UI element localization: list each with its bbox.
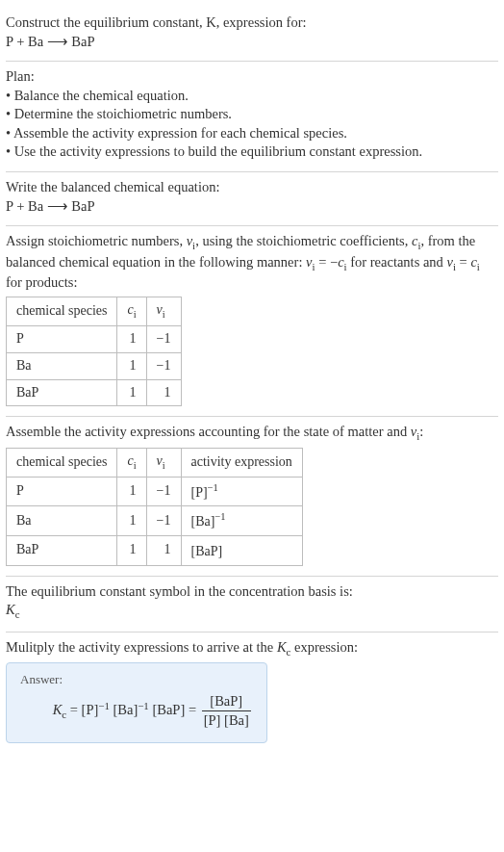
cell-ci: 1 xyxy=(117,536,146,566)
cell-nui: −1 xyxy=(146,477,181,506)
cell-nui: 1 xyxy=(146,379,181,406)
cell-ci: 1 xyxy=(117,352,146,379)
cell-nui: −1 xyxy=(146,506,181,536)
cell-nui: −1 xyxy=(146,352,181,379)
col-species: chemical species xyxy=(7,297,117,325)
k-symbol: K xyxy=(277,639,287,655)
sup-neg1: −1 xyxy=(138,699,149,710)
answer-expression: Kc = [P]−1 [Ba]−1 [BaP] = [BaP][P] [Ba] xyxy=(20,692,253,731)
stoich-text-b: , using the stoichiometric coefficients, xyxy=(195,233,412,248)
sup-neg1: −1 xyxy=(98,699,110,710)
balanced-equation: P + Ba ⟶ BaP xyxy=(6,197,498,217)
balanced-title: Write the balanced chemical equation: xyxy=(6,178,498,197)
cell-species: Ba xyxy=(7,506,117,536)
answer-box: Answer: Kc = [P]−1 [Ba]−1 [BaP] = [BaP][… xyxy=(6,662,267,743)
cell-nui: −1 xyxy=(146,325,181,352)
cell-activity: [Ba]−1 xyxy=(181,506,302,536)
intro-section: Construct the equilibrium constant, K, e… xyxy=(6,8,498,62)
table-row: P 1 −1 xyxy=(7,325,182,352)
expr-sup: −1 xyxy=(214,511,225,522)
intro-equation: P + Ba ⟶ BaP xyxy=(6,33,498,52)
cell-species: Ba xyxy=(7,352,117,379)
k-symbol: K xyxy=(6,602,15,617)
term-p: [P] xyxy=(82,702,99,717)
plan-item: • Balance the chemical equation. xyxy=(6,87,498,106)
stoich-text-d: for reactants and xyxy=(347,254,447,270)
cell-nui: 1 xyxy=(146,536,181,566)
sub-i: i xyxy=(134,460,137,471)
expr-sup: −1 xyxy=(208,482,218,493)
expr-base: [P] xyxy=(191,485,208,500)
stoich-table: chemical species ci νi P 1 −1 Ba 1 −1 Ba… xyxy=(6,297,182,407)
cell-species: P xyxy=(7,325,117,352)
term-ba: [Ba] xyxy=(110,702,138,717)
stoich-text-a: Assign stoichiometric numbers, xyxy=(6,233,187,248)
multiply-section: Mulitply the activity expressions to arr… xyxy=(6,633,498,753)
stoich-text-e: for products: xyxy=(6,274,78,290)
activity-section: Assemble the activity expressions accoun… xyxy=(6,417,498,576)
fraction-denominator: [P] [Ba] xyxy=(202,711,251,731)
table-header-row: chemical species ci νi xyxy=(7,297,182,325)
cell-activity: [BaP] xyxy=(181,536,302,566)
k-symbol: K xyxy=(53,702,63,717)
equals-neg: = − xyxy=(315,254,339,270)
plan-item: • Assemble the activity expression for e… xyxy=(6,124,498,143)
kc-symbol: Kc xyxy=(6,601,498,622)
multiply-text: Mulitply the activity expressions to arr… xyxy=(6,638,498,659)
cell-species: BaP xyxy=(7,536,117,566)
balanced-section: Write the balanced chemical equation: P … xyxy=(6,172,498,226)
equals: = xyxy=(66,702,81,717)
cell-species: BaP xyxy=(7,379,117,406)
equals: = xyxy=(456,254,470,270)
sub-i: i xyxy=(477,261,480,272)
plan-item: • Use the activity expressions to build … xyxy=(6,142,498,162)
activity-text-a: Assemble the activity expressions accoun… xyxy=(6,424,411,439)
term-bap-eq: [BaP] = xyxy=(149,702,200,717)
col-activity: activity expression xyxy=(181,448,302,477)
cell-ci: 1 xyxy=(117,477,146,506)
col-nui: νi xyxy=(146,448,181,477)
table-row: BaP 1 1 xyxy=(7,379,182,406)
answer-label: Answer: xyxy=(20,671,253,688)
table-row: P 1 −1 [P]−1 xyxy=(7,477,303,506)
table-header-row: chemical species ci νi activity expressi… xyxy=(7,448,303,477)
col-ci: ci xyxy=(117,448,146,477)
symbol-section: The equilibrium constant symbol in the c… xyxy=(6,577,498,633)
activity-text: Assemble the activity expressions accoun… xyxy=(6,423,498,444)
col-nui: νi xyxy=(146,297,181,325)
activity-table: chemical species ci νi activity expressi… xyxy=(6,448,303,566)
plan-section: Plan: • Balance the chemical equation. •… xyxy=(6,62,498,172)
activity-text-b: : xyxy=(419,424,423,439)
col-species: chemical species xyxy=(7,448,117,477)
table-row: Ba 1 −1 [Ba]−1 xyxy=(7,506,303,536)
col-ci: ci xyxy=(117,297,146,325)
stoich-text: Assign stoichiometric numbers, νi, using… xyxy=(6,232,498,293)
table-row: BaP 1 1 [BaP] xyxy=(7,536,303,566)
plan-title: Plan: xyxy=(6,67,498,87)
multiply-text-b: expression: xyxy=(290,639,358,655)
sub-c: c xyxy=(15,608,20,620)
symbol-title: The equilibrium constant symbol in the c… xyxy=(6,582,498,602)
fraction-numerator: [BaP] xyxy=(202,692,251,712)
plan-item: • Determine the stoichiometric numbers. xyxy=(6,105,498,124)
table-row: Ba 1 −1 xyxy=(7,352,182,379)
intro-text: Construct the equilibrium constant, K, e… xyxy=(6,14,307,30)
cell-activity: [P]−1 xyxy=(181,477,302,506)
cell-species: P xyxy=(7,477,117,506)
sub-i: i xyxy=(163,460,165,471)
stoich-section: Assign stoichiometric numbers, νi, using… xyxy=(6,226,498,417)
sub-i: i xyxy=(134,309,137,320)
multiply-text-a: Mulitply the activity expressions to arr… xyxy=(6,639,277,655)
expr-base: [Ba] xyxy=(191,514,215,529)
cell-ci: 1 xyxy=(117,379,146,406)
intro-line1: Construct the equilibrium constant, K, e… xyxy=(6,13,498,33)
cell-ci: 1 xyxy=(117,325,146,352)
sub-i: i xyxy=(163,309,165,320)
fraction: [BaP][P] [Ba] xyxy=(202,692,251,731)
cell-ci: 1 xyxy=(117,506,146,536)
expr-base: [BaP] xyxy=(191,544,223,558)
